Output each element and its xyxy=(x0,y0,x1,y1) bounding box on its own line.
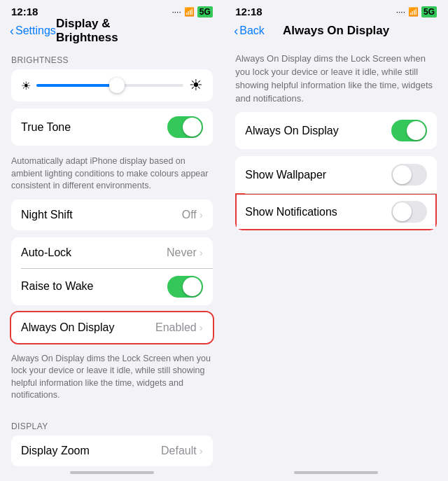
auto-lock-label: Auto-Lock xyxy=(21,246,71,259)
auto-lock-row[interactable]: Auto-Lock Never › xyxy=(11,237,213,268)
display-zoom-group: Display Zoom Default › xyxy=(11,435,213,466)
display-section-label: DISPLAY xyxy=(0,409,224,435)
home-bar-left xyxy=(70,471,154,474)
show-notifications-knob xyxy=(393,202,412,221)
night-shift-group: Night Shift Off › xyxy=(11,200,213,230)
display-zoom-chevron: › xyxy=(200,445,203,456)
aod-group-left: Always On Display Enabled › xyxy=(11,312,213,343)
show-notifications-label: Show Notifications xyxy=(245,206,337,218)
wifi-icon-right: 📶 xyxy=(408,7,419,17)
back-chevron-left: ‹ xyxy=(10,25,14,37)
true-tone-group: True Tone xyxy=(11,109,213,146)
true-tone-toggle[interactable] xyxy=(167,116,203,138)
show-wallpaper-toggle[interactable] xyxy=(391,164,427,186)
aod-desc-right: Always On Display dims the Lock Screen w… xyxy=(224,43,448,112)
brightness-group: ☀ ☀ xyxy=(11,69,213,102)
always-on-display-row-left[interactable]: Always On Display Enabled › xyxy=(11,312,213,343)
home-bar-right xyxy=(294,471,378,474)
brightness-track[interactable] xyxy=(36,84,183,87)
raise-to-wake-toggle[interactable] xyxy=(167,276,203,298)
back-button-right[interactable]: ‹ Back xyxy=(234,25,265,37)
night-shift-label: Night Shift xyxy=(21,209,73,221)
auto-lock-right: Never › xyxy=(167,246,203,259)
brightness-high-icon: ☀ xyxy=(189,76,203,95)
aod-chevron-left: › xyxy=(200,321,203,333)
true-tone-desc: Automatically adapt iPhone display based… xyxy=(0,153,224,200)
right-panel: 12:18 ···· 📶 5G ‹ Back Always On Display… xyxy=(224,0,448,481)
back-label-right: Back xyxy=(239,25,265,37)
status-time-left: 12:18 xyxy=(11,6,38,18)
display-zoom-right: Default › xyxy=(161,445,203,457)
aod-toggle-label: Always On Display xyxy=(245,125,338,137)
brightness-row[interactable]: ☀ ☀ xyxy=(11,69,213,102)
aod-label-left: Always On Display xyxy=(21,321,114,334)
show-wallpaper-row[interactable]: Show Wallpaper xyxy=(235,156,437,193)
true-tone-label: True Tone xyxy=(21,121,71,134)
home-indicator-right xyxy=(224,467,448,481)
wifi-icon-left: 📶 xyxy=(184,7,195,17)
home-indicator-left xyxy=(0,467,224,481)
show-wallpaper-knob xyxy=(393,165,412,184)
signal-icon-right: ···· xyxy=(396,7,405,17)
brightness-fill xyxy=(36,84,117,87)
nav-title-left: Display & Brightness xyxy=(56,17,168,45)
status-bar-right: 12:18 ···· 📶 5G xyxy=(224,0,448,20)
brightness-low-icon: ☀ xyxy=(21,79,31,92)
aod-value-left: Enabled xyxy=(155,321,197,334)
night-shift-right: Off › xyxy=(182,209,203,221)
status-icons-right: ···· 📶 5G xyxy=(396,6,437,18)
display-zoom-label: Display Zoom xyxy=(21,445,90,457)
display-zoom-value: Default xyxy=(161,445,197,457)
aod-toggle[interactable] xyxy=(391,120,427,141)
left-scroll: BRIGHTNESS ☀ ☀ True Tone Automatically a… xyxy=(0,43,224,467)
night-shift-row[interactable]: Night Shift Off › xyxy=(11,200,213,230)
battery-left: 5G xyxy=(197,6,213,18)
night-shift-value: Off xyxy=(182,209,197,221)
status-time-right: 12:18 xyxy=(235,6,262,18)
brightness-section-label: BRIGHTNESS xyxy=(0,43,224,69)
night-shift-chevron: › xyxy=(200,209,203,221)
wallpaper-notifications-group: Show Wallpaper Show Notifications xyxy=(235,156,437,230)
true-tone-knob xyxy=(183,118,202,137)
aod-toggle-row[interactable]: Always On Display xyxy=(235,112,437,149)
auto-lock-group: Auto-Lock Never › Raise to Wake xyxy=(11,237,213,305)
raise-to-wake-row[interactable]: Raise to Wake xyxy=(11,268,213,305)
brightness-thumb xyxy=(109,78,125,93)
back-chevron-right: ‹ xyxy=(234,25,238,37)
raise-to-wake-knob xyxy=(183,277,202,296)
auto-lock-value: Never xyxy=(167,246,197,259)
aod-desc-left: Always On Display dims the Lock Screen w… xyxy=(0,350,224,409)
aod-right-left: Enabled › xyxy=(155,321,203,334)
back-button-left[interactable]: ‹ Settings xyxy=(10,25,56,37)
aod-toggle-group: Always On Display xyxy=(235,112,437,149)
right-scroll: Always On Display dims the Lock Screen w… xyxy=(224,43,448,467)
signal-icon-left: ···· xyxy=(172,7,181,17)
show-notifications-toggle[interactable] xyxy=(391,201,427,223)
back-label-left: Settings xyxy=(15,25,56,37)
true-tone-row[interactable]: True Tone xyxy=(11,109,213,146)
aod-toggle-knob xyxy=(407,121,426,140)
raise-to-wake-label: Raise to Wake xyxy=(21,280,93,293)
show-wallpaper-label: Show Wallpaper xyxy=(245,169,326,181)
nav-title-right: Always On Display xyxy=(283,24,389,38)
auto-lock-chevron: › xyxy=(200,246,203,258)
nav-bar-right: ‹ Back Always On Display xyxy=(224,20,448,43)
status-icons-left: ···· 📶 5G xyxy=(172,6,212,18)
display-zoom-row[interactable]: Display Zoom Default › xyxy=(11,435,213,466)
left-panel: 12:18 ···· 📶 5G ‹ Settings Display & Bri… xyxy=(0,0,224,481)
show-notifications-row[interactable]: Show Notifications xyxy=(235,193,437,230)
battery-right: 5G xyxy=(421,6,437,18)
nav-bar-left: ‹ Settings Display & Brightness xyxy=(0,20,224,43)
